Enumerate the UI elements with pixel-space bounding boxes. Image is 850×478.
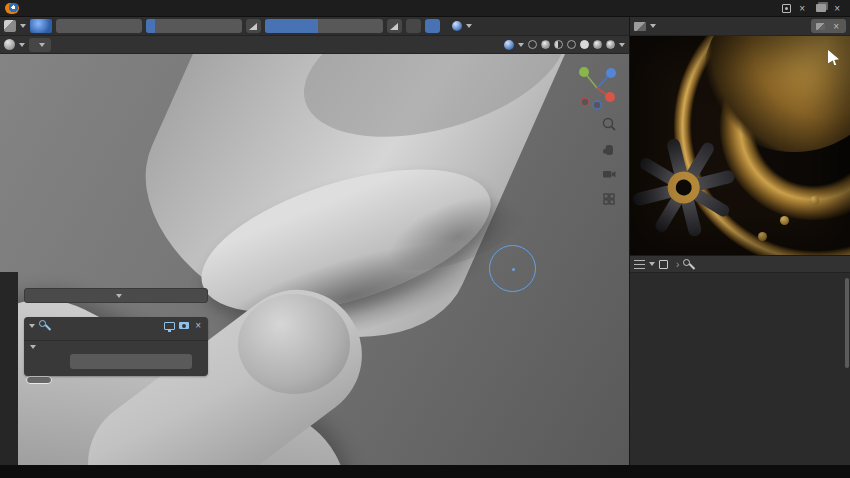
topbar-right: × × [779, 1, 845, 16]
subdivide-button[interactable] [70, 354, 192, 369]
scene-icon [782, 4, 791, 13]
image-thumb-icon [816, 23, 825, 30]
bottom-info-bar [0, 465, 850, 478]
subpanel-caret [30, 345, 36, 349]
subdivision-subpanel-header[interactable] [30, 345, 202, 349]
radius-slider-fill [146, 19, 155, 33]
viewport-header-right [504, 40, 625, 50]
wrench-icon [39, 320, 50, 331]
viewport-nav-buttons [601, 116, 617, 207]
mode-caret [39, 43, 45, 47]
tool-settings-bar [0, 17, 630, 36]
properties-header: › [630, 256, 850, 273]
shading-wireframe-icon[interactable] [567, 40, 576, 49]
active-tool-icon[interactable] [4, 20, 16, 32]
view-layer-selector[interactable]: × [813, 1, 845, 16]
camera-view-icon[interactable] [601, 166, 617, 182]
blender-window: × × [0, 0, 850, 478]
radius-pressure-toggle[interactable] [246, 19, 261, 33]
viewport-header [0, 36, 630, 54]
scene-unlink-icon[interactable]: × [797, 1, 807, 16]
model-joint-ball [238, 294, 350, 394]
image-unlink-icon[interactable]: × [831, 19, 841, 34]
tool-dropdown-caret[interactable] [20, 24, 26, 28]
toggle-xray-icon[interactable] [554, 40, 563, 49]
move-hand-icon[interactable] [601, 141, 617, 157]
image-editor-icon[interactable] [634, 22, 646, 31]
brush-add-toggle[interactable] [406, 19, 421, 33]
strength-slider-fill [265, 19, 318, 33]
add-modifier-caret [116, 294, 122, 298]
brush-cursor [489, 245, 536, 292]
properties-editor-caret[interactable] [649, 262, 655, 266]
brush-name-field[interactable] [56, 19, 142, 33]
reference-image-view[interactable] [630, 36, 850, 255]
subdivision-subpanel [24, 340, 208, 371]
properties-editor-icon[interactable] [634, 260, 645, 269]
falloff-dropdown-caret[interactable] [466, 24, 472, 28]
strength-pressure-toggle[interactable] [387, 19, 402, 33]
radius-slider[interactable] [146, 19, 242, 33]
brush-falloff-icon[interactable] [504, 40, 514, 50]
add-modifier-button[interactable] [24, 288, 208, 303]
show-viewport-toggle[interactable] [164, 322, 175, 330]
view-layer-unlink-icon[interactable]: × [832, 1, 842, 16]
properties-editor: › [630, 255, 850, 465]
shading-rendered-icon[interactable] [606, 40, 615, 49]
properties-tab-strip [0, 272, 18, 465]
properties-scrollbar[interactable] [845, 278, 849, 368]
image-vignette [630, 36, 850, 255]
zoom-icon[interactable] [601, 116, 617, 132]
object-icon [659, 260, 668, 269]
blender-logo-icon[interactable] [5, 3, 19, 14]
perspective-toggle-icon[interactable] [601, 191, 617, 207]
view-layer-icon [816, 4, 826, 12]
shading-solid-icon[interactable] [580, 40, 589, 49]
show-overlays-icon[interactable] [541, 40, 550, 49]
image-datablock-field[interactable]: × [811, 19, 846, 33]
navigation-gizmo[interactable] [573, 62, 621, 110]
remove-modifier-icon[interactable]: × [193, 318, 203, 333]
editor-type-icon[interactable] [4, 39, 15, 50]
strength-slider[interactable] [265, 19, 383, 33]
mode-selector[interactable] [29, 38, 51, 52]
image-editor-caret[interactable] [650, 24, 656, 28]
show-gizmos-icon[interactable] [528, 40, 537, 49]
show-render-toggle[interactable] [179, 322, 189, 329]
brush-falloff-caret[interactable] [518, 43, 524, 47]
scene-selector[interactable]: × [779, 1, 810, 16]
brush-subtract-toggle[interactable] [425, 19, 440, 33]
properties-content: × [18, 272, 216, 465]
brush-preview-icon[interactable] [30, 19, 52, 33]
expand-caret[interactable] [29, 324, 35, 328]
shading-dropdown-caret[interactable] [619, 43, 625, 47]
modifier-icon [683, 259, 694, 270]
editor-type-caret[interactable] [19, 43, 25, 47]
shading-material-icon[interactable] [593, 40, 602, 49]
modifier-panel-header[interactable]: × [24, 317, 208, 334]
falloff-shape-icon[interactable] [452, 21, 462, 31]
breadcrumb-separator: › [676, 259, 679, 270]
topbar: × × [0, 0, 850, 17]
multires-modifier-panel: × [24, 317, 208, 376]
image-editor-header: × [630, 17, 850, 36]
